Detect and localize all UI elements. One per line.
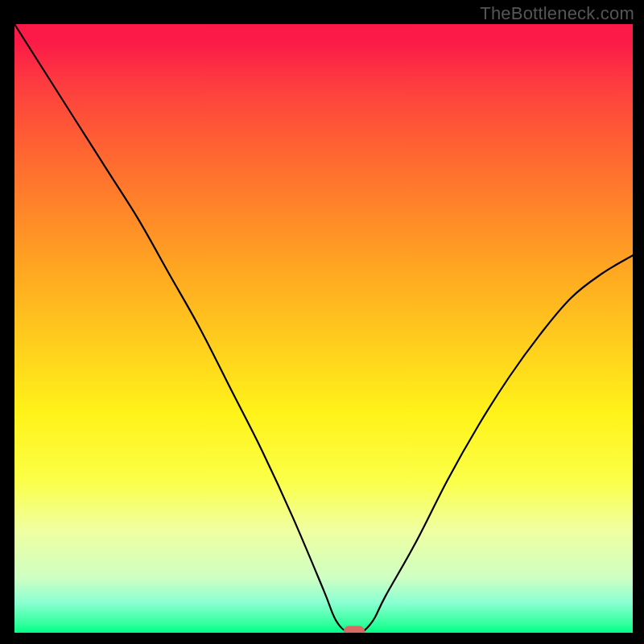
chart-frame: TheBottleneck.com [0,0,644,644]
plot-area [14,24,633,633]
bottleneck-curve [14,24,633,633]
optimal-marker [344,626,365,634]
watermark-text: TheBottleneck.com [480,3,634,24]
